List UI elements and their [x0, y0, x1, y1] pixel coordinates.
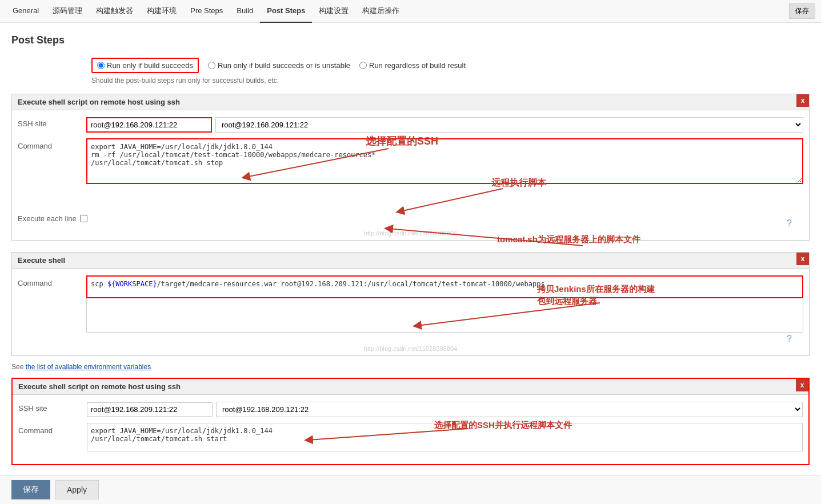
section-ssh-2: Execute shell script on remote host usin…	[11, 378, 810, 465]
help-icon-1: ?	[787, 218, 792, 229]
section-header-1: Execute shell script on remote host usin…	[12, 94, 809, 110]
command-line-2: /usr/local/tomcat/tomcat.sh start	[91, 435, 799, 443]
nav-item-presteps[interactable]: Pre Steps	[183, 0, 230, 23]
nav-item-postbuild[interactable]: 构建后操作	[355, 0, 406, 23]
section-shell: Execute shell x Command scp ${WORKSPACE}…	[11, 252, 810, 356]
nav-item-buildsettings[interactable]: 构建设置	[312, 0, 355, 23]
nav-item-build[interactable]: Build	[230, 0, 260, 23]
execute-each-line-checkbox-1[interactable]	[80, 215, 87, 222]
ssh-site-select-2[interactable]: root@192.168.209.121:22	[216, 402, 803, 417]
command-line-1: export JAVA_HOME=/usr/local/jdk/jdk1.8.0…	[91, 427, 799, 435]
save-button-top[interactable]: 保存	[789, 3, 815, 19]
section-header-2: Execute shell	[12, 253, 809, 269]
nav-item-trigger[interactable]: 构建触发器	[89, 0, 140, 23]
top-nav: General 源码管理 构建触发器 构建环境 Pre Steps Build …	[0, 0, 821, 23]
page-title: Post Steps	[11, 34, 810, 46]
close-button-1[interactable]: x	[796, 94, 809, 107]
command-label-2: Command	[18, 275, 86, 287]
radio-group: Run only if build succeeds Run only if b…	[91, 58, 810, 73]
radio-hint: Should the post-build steps run only for…	[91, 77, 810, 85]
radio-option-2[interactable]: Run only if build succeeds or is unstabl…	[208, 61, 350, 70]
save-button-bottom[interactable]: 保存	[11, 480, 50, 499]
nav-item-source[interactable]: 源码管理	[46, 0, 89, 23]
ssh-site-select-1[interactable]: root@192.168.209.121:22	[215, 117, 803, 133]
radio-option-1[interactable]: Run only if build succeeds	[91, 58, 199, 73]
command-textarea-1[interactable]: export JAVA_HOME=/usr/local/jdk/jdk1.8.0…	[86, 138, 803, 184]
ssh-site-label-2: SSH site	[18, 402, 87, 413]
bottom-bar: 保存 Apply	[0, 475, 821, 504]
section-ssh-1: Execute shell script on remote host usin…	[11, 94, 810, 241]
apply-button[interactable]: Apply	[55, 480, 99, 499]
nav-item-general[interactable]: General	[6, 0, 46, 23]
section-header-3: Execute shell script on remote host usin…	[13, 379, 808, 395]
ssh-site-input-2[interactable]	[87, 402, 213, 417]
env-hint: See the list of available environment va…	[11, 363, 810, 371]
nav-item-poststeps[interactable]: Post Steps	[260, 0, 312, 23]
command-label-3: Command	[18, 423, 87, 435]
scp-command: scp ${WORKSPACE}/target/medcare-resource…	[91, 280, 545, 288]
watermark-1: http://blog.csdn.net/11028386804	[12, 230, 809, 240]
close-button-2[interactable]: x	[796, 253, 809, 265]
help-icon-2: ?	[787, 334, 792, 344]
watermark-2: http://blog.csdn.net/11028386804	[12, 345, 809, 355]
ssh-site-input-1[interactable]	[86, 117, 212, 133]
radio-option-3[interactable]: Run regardless of build result	[359, 61, 466, 70]
close-button-3[interactable]: x	[796, 379, 808, 391]
nav-item-env[interactable]: 构建环境	[140, 0, 183, 23]
ssh-site-label-1: SSH site	[18, 117, 86, 128]
env-link[interactable]: the list of available environment variab…	[26, 363, 151, 371]
command-label-1: Command	[18, 138, 86, 150]
execute-each-line-1: Execute each line	[18, 214, 803, 223]
